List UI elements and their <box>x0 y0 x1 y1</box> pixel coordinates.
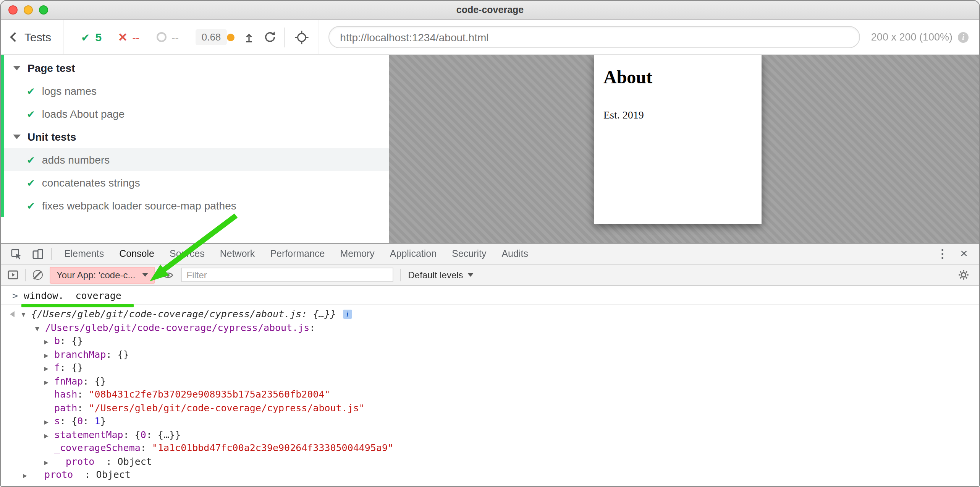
back-to-tests-button[interactable]: Tests <box>1 20 64 54</box>
result-preview: {/Users/gleb/git/code-coverage/cypress/a… <box>31 308 336 320</box>
passed-count: 5 <box>95 31 102 44</box>
triangle-collapsed-icon[interactable]: ▶ <box>44 349 54 362</box>
triangle-collapsed-icon[interactable]: ▶ <box>44 336 54 349</box>
value-part: { <box>71 415 77 427</box>
address-bar[interactable]: http://localhost:1234/about.html <box>328 26 860 48</box>
passed-stat: 5 <box>81 30 102 44</box>
test-name: concatenates strings <box>42 177 140 189</box>
triangle-expanded-icon[interactable] <box>21 310 31 318</box>
close-devtools-icon[interactable] <box>953 244 975 264</box>
zoom-window-button[interactable] <box>39 5 48 15</box>
back-label: Tests <box>24 31 51 44</box>
devtools-tabbar: ElementsConsoleSourcesNetworkPerformance… <box>1 244 979 265</box>
triangle-collapsed-icon[interactable]: ▶ <box>44 376 54 389</box>
console-tree-row[interactable]: ▶__proto__: Object <box>1 468 979 481</box>
suite-row[interactable]: Page test <box>1 57 389 80</box>
tab-security[interactable]: Security <box>444 244 494 264</box>
separator: : <box>60 415 71 427</box>
collapse-caret-icon[interactable] <box>13 135 21 139</box>
console-tree-row[interactable]: ▶statementMap: {0: {…}} <box>1 428 979 441</box>
value-part: } <box>175 429 181 440</box>
tab-network[interactable]: Network <box>212 244 263 264</box>
tab-performance[interactable]: Performance <box>262 244 332 264</box>
main-area: Page test✔logs names✔loads About pageUni… <box>1 55 979 243</box>
console-object-tree: ▼/Users/gleb/git/code-coverage/cypress/a… <box>1 321 979 481</box>
execution-context-selector[interactable]: Your App: 'code-c... <box>50 266 155 283</box>
console-result-row[interactable]: {/Users/gleb/git/code-coverage/cypress/a… <box>1 307 979 321</box>
console-tree-row[interactable]: ▶branchMap: {} <box>1 347 979 361</box>
info-icon[interactable] <box>958 32 969 42</box>
triangle-expanded-icon[interactable]: ▼ <box>35 322 45 336</box>
separator: : <box>106 348 117 360</box>
value-part: "1a1c01bbd47fc00a2c39e90264f33305004495a… <box>152 442 393 453</box>
devtools-panel: ElementsConsoleSourcesNetworkPerformance… <box>1 243 979 486</box>
separator: : <box>83 375 94 386</box>
tab-console[interactable]: Console <box>112 244 162 264</box>
separator: : <box>77 402 89 413</box>
test-row[interactable]: ✔concatenates strings <box>1 171 389 194</box>
clear-console-icon[interactable] <box>33 270 43 280</box>
selector-playground-button[interactable] <box>285 20 319 54</box>
more-options-icon[interactable] <box>932 244 953 264</box>
console-tree-row[interactable]: ▶s: {0: 1} <box>1 414 979 428</box>
live-expression-eye-icon[interactable] <box>162 269 175 280</box>
log-levels-dropdown[interactable]: Default levels <box>408 269 474 280</box>
console-tree-row[interactable]: ▶fnMap: {} <box>1 374 979 388</box>
value-part: {} <box>118 348 129 360</box>
separator: : <box>141 442 152 453</box>
console-sidebar-icon[interactable] <box>8 270 18 280</box>
collapse-caret-icon[interactable] <box>13 66 21 70</box>
tab-sources[interactable]: Sources <box>162 244 212 264</box>
console-tree-row[interactable]: ▶b: {} <box>1 334 979 347</box>
test-name: loads About page <box>42 108 125 120</box>
failed-count: -- <box>132 31 139 43</box>
x-icon <box>118 29 127 45</box>
triangle-collapsed-icon[interactable]: ▶ <box>23 469 33 483</box>
minimize-window-button[interactable] <box>24 5 33 15</box>
status-dot-icon <box>227 33 234 41</box>
console-result-block: {/Users/gleb/git/code-coverage/cypress/a… <box>1 305 979 481</box>
separator: : <box>60 362 71 373</box>
chevron-down-icon <box>142 273 149 277</box>
console-tree-row: _coverageSchema: "1a1c01bbd47fc00a2c39e9… <box>1 441 979 455</box>
property-name: f <box>54 362 60 373</box>
value-part: "/Users/gleb/git/code-coverage/cypress/a… <box>89 402 364 413</box>
suite-row[interactable]: Unit tests <box>1 125 389 148</box>
test-row[interactable]: ✔adds numbers <box>1 148 389 171</box>
value-part: } <box>100 415 106 427</box>
console-tree-row[interactable]: ▼/Users/gleb/git/code-coverage/cypress/a… <box>1 321 979 334</box>
triangle-collapsed-icon[interactable]: ▶ <box>44 429 54 443</box>
tab-application[interactable]: Application <box>382 244 444 264</box>
separator: : <box>309 321 315 333</box>
value-part: : <box>146 429 158 440</box>
separator: : <box>60 335 71 346</box>
levels-label: Default levels <box>408 269 463 280</box>
evaluated-info-icon[interactable] <box>343 310 352 319</box>
value-part: : <box>83 415 94 427</box>
crosshair-icon <box>294 29 309 45</box>
tab-elements[interactable]: Elements <box>57 244 112 264</box>
aut-heading: About <box>603 67 752 88</box>
settings-gear-icon[interactable] <box>958 269 969 281</box>
tab-audits[interactable]: Audits <box>494 244 536 264</box>
tabbar-divider <box>51 248 52 260</box>
close-window-button[interactable] <box>8 5 18 15</box>
failed-stat: -- <box>118 29 139 45</box>
window-title: code-coverage <box>1 5 979 15</box>
viewport-size: 200 x 200 (100%) <box>871 31 969 43</box>
inspect-element-icon[interactable] <box>5 244 27 264</box>
triangle-collapsed-icon[interactable]: ▶ <box>44 456 54 469</box>
device-toolbar-icon[interactable] <box>27 244 48 264</box>
console-filter-input[interactable] <box>181 268 394 282</box>
result-arrow-icon <box>10 311 15 317</box>
refresh-icon[interactable] <box>264 31 277 44</box>
test-row[interactable]: ✔fixes webpack loader source-map pathes <box>1 194 389 217</box>
triangle-collapsed-icon[interactable]: ▶ <box>44 416 54 429</box>
tab-memory[interactable]: Memory <box>333 244 382 264</box>
console-tree-row[interactable]: ▶__proto__: Object <box>1 455 979 468</box>
test-row[interactable]: ✔loads About page <box>1 102 389 125</box>
console-tree-row[interactable]: ▶f: {} <box>1 361 979 374</box>
triangle-collapsed-icon[interactable]: ▶ <box>44 362 54 376</box>
scroll-top-icon[interactable] <box>244 32 254 42</box>
test-row[interactable]: ✔logs names <box>1 80 389 102</box>
